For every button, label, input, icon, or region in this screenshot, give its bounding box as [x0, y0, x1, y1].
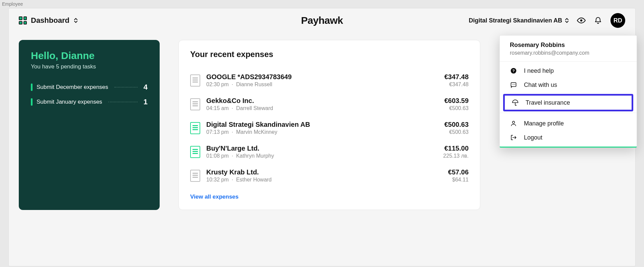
greeting-subtitle: You have 5 pending tasks	[31, 63, 148, 70]
help-icon: ?	[510, 67, 517, 74]
expense-amount: €603.59	[444, 97, 469, 105]
company-name: Digital Strategi Skandinavien AB	[469, 17, 562, 24]
menu-item-label: Chat with us	[524, 82, 557, 89]
header-left: Dashboard	[19, 16, 78, 25]
page-switcher-icon[interactable]	[73, 18, 78, 23]
menu-item-travel-insurance[interactable]: Travel insurance	[505, 96, 632, 110]
expense-main: GOOGLE *ADS2934783649 02:30 pm · Dianne …	[206, 73, 438, 88]
expense-meta: 10:32 pm · Esther Howard	[206, 177, 442, 183]
svg-point-4	[513, 84, 513, 85]
menu-item-profile[interactable]: Manage profile	[500, 116, 637, 130]
task-count: 1	[144, 98, 148, 106]
task-dots	[114, 87, 138, 88]
expense-subamount: 225.13 лв.	[443, 153, 469, 159]
menu-item-label: I need help	[524, 67, 554, 74]
svg-point-5	[514, 84, 514, 85]
expense-vendor: Gekko&Co Inc.	[206, 97, 438, 105]
task-row[interactable]: Submit January expenses 1	[31, 98, 148, 106]
expense-vendor: Buy'N'Large Ltd.	[206, 145, 437, 152]
apps-grid-icon[interactable]	[19, 16, 27, 24]
header: Dashboard Payhawk Digital Strategi Skand…	[9, 8, 635, 33]
app-frame: Dashboard Payhawk Digital Strategi Skand…	[8, 8, 636, 266]
expense-subamount: €500.63	[444, 129, 469, 135]
role-label: Employee	[0, 0, 644, 8]
expense-meta: 01:08 pm · Kathryn Murphy	[206, 153, 437, 159]
greeting-title: Hello, Dianne	[31, 50, 148, 61]
task-dots	[108, 102, 138, 102]
svg-point-0	[580, 19, 583, 22]
svg-point-7	[513, 121, 515, 123]
user-menu-email: rosemary.robbins@company.com	[510, 50, 628, 56]
expense-main: Digital Strategi Skandinavien AB 07:13 p…	[206, 121, 438, 135]
avatar[interactable]: RD	[610, 13, 625, 28]
brand-logo: Payhawk	[301, 15, 343, 26]
expense-subamount: €500.63	[444, 105, 469, 111]
menu-item-label: Manage profile	[524, 120, 564, 127]
expense-amount: €57.06	[448, 168, 469, 176]
task-row[interactable]: Submit December expenses 4	[31, 83, 148, 92]
task-label: Submit December expenses	[37, 84, 108, 91]
menu-item-logout[interactable]: Logout	[500, 130, 637, 145]
menu-item-label: Logout	[524, 134, 542, 141]
expense-amounts: €115.00 225.13 лв.	[443, 145, 469, 159]
bell-icon[interactable]	[594, 16, 602, 25]
expense-subamount: €347.48	[444, 82, 469, 88]
person-icon	[510, 120, 517, 127]
expenses-card: Your recent expenses GOOGLE *ADS29347836…	[178, 40, 480, 210]
header-right: Digital Strategi Skandinavien AB RD	[469, 13, 625, 28]
svg-point-6	[515, 84, 515, 85]
expense-meta: 02:30 pm · Dianne Russell	[206, 82, 438, 88]
document-icon	[190, 170, 200, 182]
greeting-card: Hello, Dianne You have 5 pending tasks S…	[19, 40, 160, 210]
umbrella-icon	[512, 99, 519, 106]
task-accent-bar	[31, 98, 33, 106]
expense-row[interactable]: GOOGLE *ADS2934783649 02:30 pm · Dianne …	[190, 68, 469, 92]
expense-amount: €347.48	[444, 73, 469, 81]
expense-main: Krusty Krab Ltd. 10:32 pm · Esther Howar…	[206, 168, 442, 183]
menu-item-help[interactable]: ? I need help	[500, 64, 637, 78]
document-icon	[190, 98, 200, 110]
expense-amounts: €57.06 $64.11	[448, 168, 469, 183]
expense-row[interactable]: Digital Strategi Skandinavien AB 07:13 p…	[190, 116, 469, 140]
user-menu-name: Rosemary Robbins	[510, 42, 628, 49]
expense-vendor: Krusty Krab Ltd.	[206, 168, 442, 176]
task-count: 4	[144, 83, 148, 92]
document-icon	[190, 74, 200, 87]
expense-amount: €115.00	[443, 145, 469, 152]
expense-amounts: €603.59 €500.63	[444, 97, 469, 111]
chat-icon	[510, 81, 517, 89]
expenses-title: Your recent expenses	[190, 50, 469, 59]
task-label: Submit January expenses	[37, 99, 102, 105]
eye-icon[interactable]	[577, 16, 586, 25]
expense-amounts: €500.63 €500.63	[444, 121, 469, 135]
expense-row[interactable]: Buy'N'Large Ltd. 01:08 pm · Kathryn Murp…	[190, 140, 469, 164]
expense-amount: €500.63	[444, 121, 469, 128]
view-all-expenses-link[interactable]: View all expenses	[190, 194, 469, 200]
user-menu-highlight: Travel insurance	[503, 94, 633, 111]
user-menu: Rosemary Robbins rosemary.robbins@compan…	[499, 35, 637, 148]
expense-subamount: $64.11	[448, 177, 469, 183]
expense-row[interactable]: Krusty Krab Ltd. 10:32 pm · Esther Howar…	[190, 164, 469, 188]
expense-vendor: Digital Strategi Skandinavien AB	[206, 121, 438, 128]
expense-meta: 07:13 pm · Marvin McKinney	[206, 129, 438, 135]
user-menu-header: Rosemary Robbins rosemary.robbins@compan…	[500, 36, 637, 62]
document-icon	[190, 146, 200, 158]
company-switcher[interactable]: Digital Strategi Skandinavien AB	[469, 17, 569, 24]
chevron-updown-icon	[565, 18, 569, 23]
expense-main: Gekko&Co Inc. 04:15 am · Darrell Steward	[206, 97, 438, 111]
expense-row[interactable]: Gekko&Co Inc. 04:15 am · Darrell Steward…	[190, 92, 469, 116]
expense-main: Buy'N'Large Ltd. 01:08 pm · Kathryn Murp…	[206, 145, 437, 159]
task-accent-bar	[31, 84, 33, 91]
expense-meta: 04:15 am · Darrell Steward	[206, 105, 438, 111]
menu-item-chat[interactable]: Chat with us	[500, 78, 637, 92]
page-title: Dashboard	[31, 16, 69, 25]
menu-item-label: Travel insurance	[526, 99, 570, 106]
svg-text:?: ?	[512, 68, 515, 73]
document-icon	[190, 122, 200, 134]
expense-amounts: €347.48 €347.48	[444, 73, 469, 88]
logout-icon	[510, 134, 517, 141]
expense-vendor: GOOGLE *ADS2934783649	[206, 73, 438, 81]
